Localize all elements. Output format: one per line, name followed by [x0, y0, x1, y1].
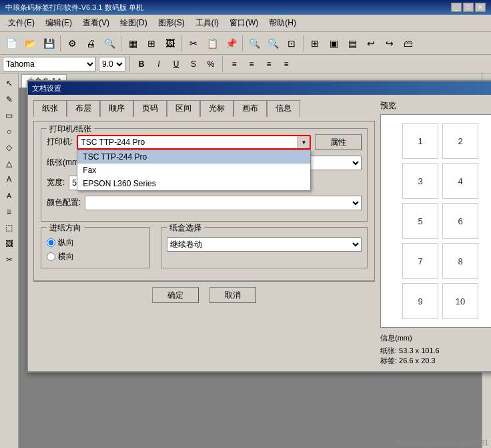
- paper-box-select[interactable]: 继续卷动: [167, 237, 362, 252]
- menu-draw[interactable]: 绘图(D): [115, 16, 153, 30]
- undo-btn[interactable]: ↩: [362, 35, 380, 52]
- color-select[interactable]: [85, 196, 362, 210]
- cancel-btn[interactable]: 取消: [209, 287, 256, 303]
- menu-tools[interactable]: 工具(I): [190, 16, 224, 30]
- printer-option-epson[interactable]: EPSON L360 Series: [77, 177, 310, 190]
- printer-paper-section: 打印机/纸张 打印机: TSC TTP-244 Pro ▼: [41, 128, 368, 222]
- tab-range[interactable]: 区间: [167, 100, 200, 117]
- barcode2-btn[interactable]: ⊞: [143, 35, 160, 52]
- printer-select-box[interactable]: TSC TTP-244 Pro ▼: [77, 135, 311, 150]
- preview-grid: 1 2 3 4 5 6 7 8 9 10: [396, 116, 485, 326]
- cut-btn[interactable]: ✂: [185, 35, 202, 52]
- print-btn[interactable]: 🖨: [82, 35, 99, 52]
- open-btn[interactable]: 📂: [21, 35, 39, 52]
- tab-content-paper: 打印机/纸张 打印机: TSC TTP-244 Pro ▼: [33, 121, 375, 281]
- preview-cell-8: 8: [442, 243, 478, 279]
- printer-select-wrapper: TSC TTP-244 Pro ▼ TSC TTP-244 Pro Fax EP…: [77, 135, 311, 150]
- preview-btn[interactable]: 🔍: [101, 35, 118, 52]
- info-label-size: 标签: 26.6 x 20.3: [380, 356, 491, 366]
- barcode-btn[interactable]: ▦: [124, 35, 141, 52]
- minimize-btn[interactable]: _: [451, 3, 462, 12]
- main-area: ↖ ✎ ▭ ○ ◇ △ A A ≡ ⬚ 🖼 ✂ 未命名-1 * 2 3 文档设置…: [0, 73, 491, 448]
- info-paper-size: 纸张: 53.3 x 101.6: [380, 346, 491, 356]
- tab-canvas[interactable]: 画布: [233, 100, 267, 117]
- image-btn[interactable]: 🖼: [161, 35, 179, 52]
- feed-label: 进纸方向: [47, 222, 84, 234]
- toolbar-sep-5: [303, 35, 304, 51]
- save-btn[interactable]: 💾: [40, 35, 57, 52]
- title-bar: 中琅条码标签打印软件-V6.3.1 数码版 单机 _ □ ✕: [0, 0, 491, 15]
- strikethrough-btn[interactable]: S: [186, 57, 201, 71]
- paste-btn[interactable]: 📌: [222, 35, 239, 52]
- zoom-in-btn[interactable]: 🔍: [246, 35, 263, 52]
- italic-btn[interactable]: I: [151, 57, 166, 71]
- printer-option-tsc[interactable]: TSC TTP-244 Pro: [77, 150, 310, 164]
- tab-layer[interactable]: 布层: [67, 100, 100, 117]
- tab-info[interactable]: 信息: [267, 100, 300, 117]
- feed-vertical-radio[interactable]: [47, 238, 55, 247]
- bold-btn[interactable]: B: [134, 57, 149, 71]
- close-btn[interactable]: ✕: [475, 3, 486, 12]
- feed-section: 进纸方向 纵向 横向: [41, 227, 150, 268]
- ungroup-btn[interactable]: ▤: [344, 35, 361, 52]
- ok-btn[interactable]: 确定: [152, 287, 199, 303]
- align-right-btn[interactable]: ≡: [262, 57, 276, 71]
- preview-cell-5: 5: [402, 203, 438, 239]
- menu-edit[interactable]: 编辑(E): [40, 16, 77, 30]
- font-size-select[interactable]: 9.0: [99, 57, 125, 71]
- percent-btn[interactable]: %: [203, 57, 218, 71]
- feed-vertical-label: 纵向: [58, 237, 74, 248]
- info-title: 信息(mm): [380, 333, 491, 343]
- printer-dropdown-arrow[interactable]: ▼: [298, 136, 310, 148]
- zoom-out-btn[interactable]: 🔍: [264, 35, 282, 52]
- tab-page[interactable]: 页码: [133, 100, 167, 117]
- align-left-btn[interactable]: ≡: [227, 57, 241, 71]
- menu-view[interactable]: 查看(V): [77, 16, 115, 30]
- preview-cell-2: 2: [442, 123, 478, 159]
- database-btn[interactable]: 🗃: [400, 35, 417, 52]
- align-justify-btn[interactable]: ≡: [279, 57, 294, 71]
- tab-cursor[interactable]: 光标: [200, 100, 233, 117]
- preview-cell-3: 3: [402, 163, 438, 199]
- dialog-buttons: 确定 取消: [33, 281, 375, 308]
- settings-btn[interactable]: ⚙: [63, 35, 81, 52]
- color-label: 颜色配置:: [47, 197, 81, 208]
- align-center-btn[interactable]: ≡: [244, 57, 259, 71]
- feed-horizontal-label: 横向: [58, 251, 74, 262]
- group-btn[interactable]: ▣: [325, 35, 342, 52]
- font-select[interactable]: Tahoma: [3, 57, 96, 71]
- properties-btn[interactable]: 属性: [315, 134, 362, 150]
- menu-bar: 文件(E) 编辑(E) 查看(V) 绘图(D) 图形(S) 工具(I) 窗口(W…: [0, 15, 491, 32]
- menu-shape[interactable]: 图形(S): [153, 16, 190, 30]
- maximize-btn[interactable]: □: [463, 3, 474, 12]
- dialog-title: 文档设置: [32, 83, 61, 93]
- feed-horizontal-option: 横向: [47, 251, 144, 262]
- redo-btn[interactable]: ↪: [381, 35, 398, 52]
- dialog-overlay: 文档设置 ✕ 纸张 布层 顺序 页码 区间 光标 画布 信息: [0, 73, 491, 448]
- tab-paper[interactable]: 纸张: [33, 100, 67, 117]
- new-btn[interactable]: 📄: [3, 35, 20, 52]
- printer-selected-value: TSC TTP-244 Pro: [81, 138, 145, 147]
- tab-bar: 纸张 布层 顺序 页码 区间 光标 画布 信息: [33, 100, 375, 117]
- toolbar-sep-3: [181, 35, 182, 51]
- menu-file[interactable]: 文件(E): [3, 16, 40, 30]
- tab-order[interactable]: 顺序: [100, 100, 133, 117]
- preview-cell-4: 4: [442, 163, 478, 199]
- toolbar: 📄 📂 💾 ⚙ 🖨 🔍 ▦ ⊞ 🖼 ✂ 📋 📌 🔍 🔍 ⊡ ⊞ ▣ ▤ ↩ ↪ …: [0, 32, 491, 55]
- menu-help[interactable]: 帮助(H): [264, 16, 302, 30]
- preview-cell-9: 9: [402, 283, 438, 319]
- font-sep-1: [129, 56, 130, 72]
- color-row: 颜色配置:: [47, 196, 362, 210]
- menu-window[interactable]: 窗口(W): [224, 16, 264, 30]
- document-settings-dialog: 文档设置 ✕ 纸张 布层 顺序 页码 区间 光标 画布 信息: [27, 80, 491, 373]
- feed-horizontal-radio[interactable]: [47, 252, 55, 261]
- align-btn[interactable]: ⊞: [306, 35, 324, 52]
- underline-btn[interactable]: U: [169, 57, 183, 71]
- title-bar-buttons: _ □ ✕: [451, 3, 486, 12]
- copy-btn[interactable]: 📋: [203, 35, 221, 52]
- toolbar-sep-2: [121, 35, 121, 51]
- bottom-section: 进纸方向 纵向 横向: [41, 227, 368, 274]
- printer-option-fax[interactable]: Fax: [77, 164, 310, 177]
- width-label: 宽度:: [47, 177, 65, 188]
- zoom-fit-btn[interactable]: ⊡: [283, 35, 300, 52]
